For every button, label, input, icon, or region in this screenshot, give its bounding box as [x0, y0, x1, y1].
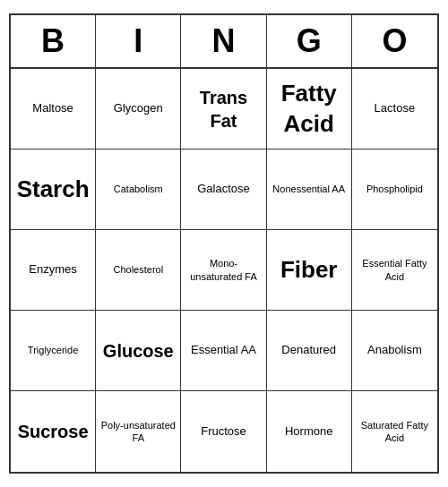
cell-text-24: Saturated Fatty Acid — [356, 419, 434, 445]
cell-text-20: Sucrose — [18, 420, 89, 443]
bingo-cell-23[interactable]: Hormone — [267, 391, 352, 472]
cell-text-18: Denatured — [281, 343, 336, 358]
header-letter-o: O — [352, 15, 437, 67]
bingo-cell-20[interactable]: Sucrose — [11, 391, 96, 472]
bingo-cell-11[interactable]: Cholesterol — [96, 230, 181, 311]
bingo-cell-8[interactable]: Nonessential AA — [267, 150, 352, 230]
header-letter-i: I — [96, 15, 181, 67]
bingo-cell-14[interactable]: Essential Fatty Acid — [352, 230, 437, 311]
bingo-cell-16[interactable]: Glucose — [96, 311, 181, 391]
bingo-cell-4[interactable]: Lactose — [352, 69, 437, 150]
cell-text-19: Anabolism — [367, 343, 422, 358]
cell-text-1: Glycogen — [114, 101, 163, 116]
cell-text-5: Starch — [17, 175, 90, 205]
bingo-cell-0[interactable]: Maltose — [11, 69, 96, 150]
cell-text-15: Triglyceride — [28, 344, 78, 356]
cell-text-13: Fiber — [280, 255, 338, 286]
cell-text-6: Catabolism — [114, 183, 163, 195]
bingo-cell-6[interactable]: Catabolism — [96, 150, 181, 230]
cell-text-9: Phospholipid — [366, 183, 423, 195]
bingo-cell-24[interactable]: Saturated Fatty Acid — [352, 391, 437, 472]
bingo-header: BINGO — [11, 15, 437, 69]
cell-text-23: Hormone — [285, 424, 332, 440]
bingo-cell-18[interactable]: Denatured — [267, 311, 352, 391]
cell-text-11: Cholesterol — [113, 263, 163, 276]
bingo-cell-1[interactable]: Glycogen — [96, 69, 181, 150]
cell-text-3: Fatty Acid — [271, 79, 348, 140]
cell-text-10: Enzymes — [29, 262, 76, 278]
header-letter-n: N — [181, 15, 266, 67]
bingo-cell-15[interactable]: Triglyceride — [11, 311, 96, 391]
bingo-grid: MaltoseGlycogenTrans FatFatty AcidLactos… — [11, 69, 437, 472]
cell-text-2: Trans Fat — [185, 86, 262, 132]
cell-text-21: Poly-unsaturated FA — [99, 419, 177, 445]
bingo-cell-3[interactable]: Fatty Acid — [267, 69, 352, 150]
bingo-cell-10[interactable]: Enzymes — [11, 230, 96, 311]
cell-text-4: Lactose — [375, 101, 416, 116]
bingo-cell-5[interactable]: Starch — [11, 150, 96, 230]
header-letter-b: B — [11, 15, 96, 67]
bingo-cell-17[interactable]: Essential AA — [181, 311, 266, 391]
bingo-cell-13[interactable]: Fiber — [267, 230, 352, 311]
bingo-cell-19[interactable]: Anabolism — [352, 311, 437, 391]
cell-text-16: Glucose — [103, 339, 174, 363]
cell-text-17: Essential AA — [191, 343, 256, 358]
bingo-card: BINGO MaltoseGlycogenTrans FatFatty Acid… — [9, 13, 439, 474]
bingo-cell-9[interactable]: Phospholipid — [352, 150, 437, 230]
bingo-cell-7[interactable]: Galactose — [181, 150, 266, 230]
bingo-cell-12[interactable]: Mono-unsaturated FA — [181, 230, 266, 311]
cell-text-12: Mono-unsaturated FA — [185, 257, 262, 283]
cell-text-8: Nonessential AA — [272, 183, 345, 195]
cell-text-0: Maltose — [32, 101, 73, 116]
bingo-cell-21[interactable]: Poly-unsaturated FA — [96, 391, 181, 472]
cell-text-22: Fructose — [201, 424, 246, 440]
header-letter-g: G — [267, 15, 352, 67]
bingo-cell-2[interactable]: Trans Fat — [181, 69, 266, 150]
bingo-cell-22[interactable]: Fructose — [181, 391, 266, 472]
cell-text-7: Galactose — [197, 182, 250, 197]
cell-text-14: Essential Fatty Acid — [356, 257, 434, 283]
